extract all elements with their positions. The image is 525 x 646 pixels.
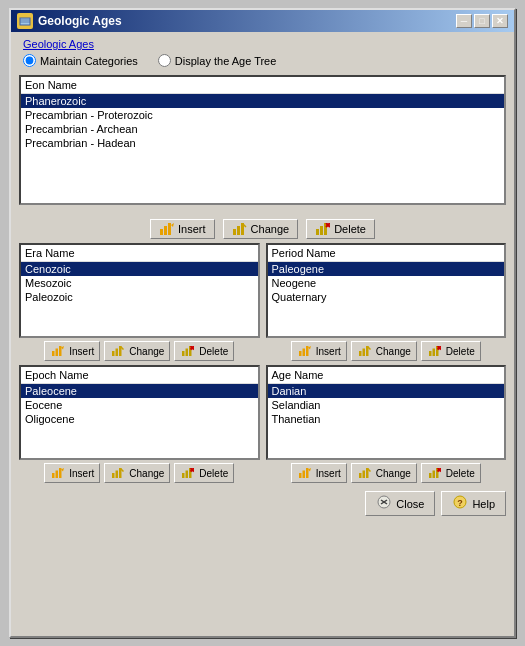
svg-rect-3 [160,229,163,235]
era-item-0[interactable]: Cenozoic [21,262,258,276]
radio-display-input[interactable] [158,54,171,67]
help-label: Help [472,498,495,510]
epoch-item-2[interactable]: Oligocene [21,412,258,426]
radio-display[interactable]: Display the Age Tree [158,54,277,67]
svg-rect-60 [362,471,365,479]
eon-item-2[interactable]: Precambrian - Archean [21,122,504,136]
age-item-2[interactable]: Thanetian [268,412,505,426]
epoch-change-button[interactable]: Change [104,463,170,483]
svg-rect-59 [359,473,362,478]
close-icon [376,495,392,512]
radio-display-label: Display the Age Tree [175,55,277,67]
age-insert-icon [297,466,313,480]
age-button-row: Insert Change Delete [266,463,507,483]
svg-rect-25 [186,349,189,357]
radio-maintain[interactable]: Maintain Categories [23,54,138,67]
svg-rect-24 [182,351,185,356]
period-insert-button[interactable]: Insert [291,341,347,361]
change-icon [232,222,248,236]
period-delete-icon [427,344,443,358]
era-delete-label: Delete [199,346,228,357]
epoch-delete-button[interactable]: Delete [174,463,234,483]
period-item-1[interactable]: Neogene [268,276,505,290]
era-change-button[interactable]: Change [104,341,170,361]
eon-insert-button[interactable]: Insert [150,219,215,239]
age-delete-button[interactable]: Delete [421,463,481,483]
era-listbox[interactable]: Era Name Cenozoic Mesozoic Paleozoic [19,243,260,338]
period-insert-icon [297,344,313,358]
age-delete-label: Delete [446,468,475,479]
radio-maintain-input[interactable] [23,54,36,67]
eon-panel: Eon Name Phanerozoic Precambrian - Prote… [19,75,506,215]
eon-change-label: Change [251,223,290,235]
maximize-button[interactable]: □ [474,14,490,28]
svg-rect-20 [112,351,115,356]
period-delete-label: Delete [446,346,475,357]
eon-change-button[interactable]: Change [223,219,299,239]
eon-item-1[interactable]: Precambrian - Proterozoic [21,108,504,122]
era-insert-button[interactable]: Insert [44,341,100,361]
eon-listbox[interactable]: Eon Name Phanerozoic Precambrian - Prote… [19,75,506,205]
epoch-change-icon [110,466,126,480]
svg-text:?: ? [458,498,464,508]
period-button-row: Insert Change Delete [266,341,507,361]
age-listbox[interactable]: Age Name Danian Selandian Thanetian [266,365,507,460]
epoch-label: Epoch Name [21,367,258,384]
eon-item-3[interactable]: Precambrian - Hadean [21,136,504,150]
help-button[interactable]: ? Help [441,491,506,516]
era-item-2[interactable]: Paleozoic [21,290,258,304]
age-insert-button[interactable]: Insert [291,463,347,483]
period-change-label: Change [376,346,411,357]
period-change-icon [357,344,373,358]
period-item-0[interactable]: Paleogene [268,262,505,276]
era-delete-button[interactable]: Delete [174,341,234,361]
epoch-item-0[interactable]: Paleocene [21,384,258,398]
age-change-label: Change [376,468,411,479]
epoch-insert-button[interactable]: Insert [44,463,100,483]
age-item-0[interactable]: Danian [268,384,505,398]
era-period-grid: Era Name Cenozoic Mesozoic Paleozoic Ins… [19,243,506,361]
svg-marker-6 [171,223,174,227]
window-title: Geologic Ages [38,14,122,28]
app-icon [17,13,33,29]
svg-rect-16 [52,351,55,356]
window-close-button[interactable]: ✕ [492,14,508,28]
age-change-button[interactable]: Change [351,463,417,483]
age-change-icon [357,466,373,480]
period-delete-button[interactable]: Delete [421,341,481,361]
close-button[interactable]: Close [365,491,435,516]
era-delete-icon [180,344,196,358]
period-change-button[interactable]: Change [351,341,417,361]
era-item-1[interactable]: Mesozoic [21,276,258,290]
epoch-item-1[interactable]: Eocene [21,398,258,412]
age-item-1[interactable]: Selandian [268,398,505,412]
eon-button-row: Insert Change Delete [19,219,506,239]
period-listbox[interactable]: Period Name Paleogene Neogene Quaternary [266,243,507,338]
svg-rect-50 [182,473,185,478]
era-insert-label: Insert [69,346,94,357]
era-change-icon [110,344,126,358]
radio-maintain-label: Maintain Categories [40,55,138,67]
epoch-listbox[interactable]: Epoch Name Paleocene Eocene Oligocene [19,365,260,460]
svg-rect-5 [168,223,171,235]
eon-item-0[interactable]: Phanerozoic [21,94,504,108]
era-insert-icon [50,344,66,358]
svg-rect-17 [56,349,59,357]
close-label: Close [396,498,424,510]
minimize-button[interactable]: ─ [456,14,472,28]
eon-label: Eon Name [21,77,504,94]
breadcrumb[interactable]: Geologic Ages [19,38,506,50]
eon-delete-button[interactable]: Delete [306,219,375,239]
period-item-2[interactable]: Quaternary [268,290,505,304]
svg-rect-47 [116,471,119,479]
epoch-change-label: Change [129,468,164,479]
titlebar: Geologic Ages ─ □ ✕ [11,10,514,32]
svg-rect-43 [56,471,59,479]
svg-rect-46 [112,473,115,478]
main-window: Geologic Ages ─ □ ✕ Geologic Ages Mainta… [9,8,516,638]
insert-icon [159,222,175,236]
age-insert-label: Insert [316,468,341,479]
svg-rect-34 [362,349,365,357]
epoch-age-grid: Epoch Name Paleocene Eocene Oligocene In… [19,365,506,483]
era-change-label: Change [129,346,164,357]
